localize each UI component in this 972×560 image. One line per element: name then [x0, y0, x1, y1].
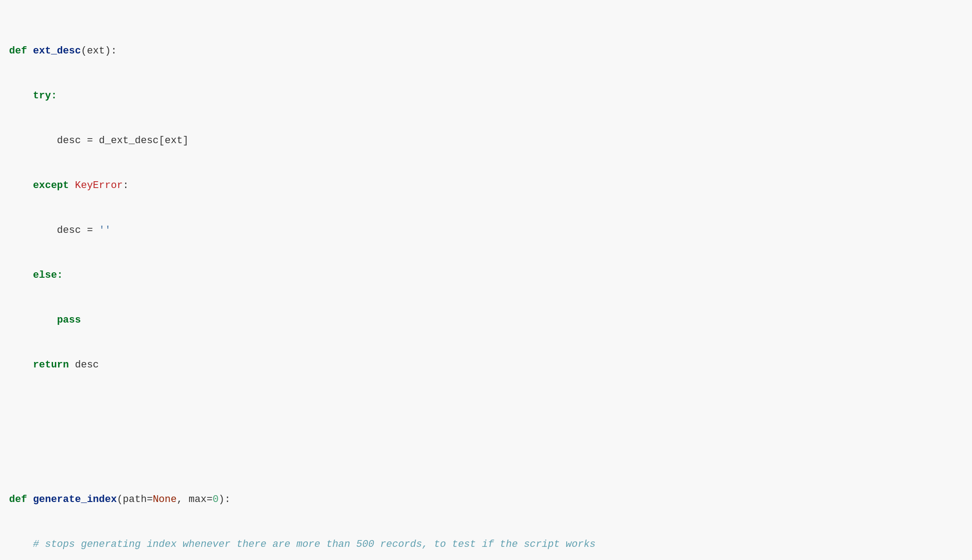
code-line-7: pass: [9, 313, 963, 328]
line-content: # stops generating index whenever there …: [9, 537, 596, 552]
line-content: try:: [9, 88, 57, 103]
line-content: except KeyError:: [9, 178, 129, 193]
code-line-2: try:: [9, 88, 963, 103]
code-line-3: desc = d_ext_desc[ext]: [9, 133, 963, 148]
line-content: desc = d_ext_desc[ext]: [9, 133, 189, 148]
code-line-4: except KeyError:: [9, 178, 963, 193]
code-line-1: def ext_desc(ext):: [9, 43, 963, 58]
line-content: def ext_desc(ext):: [9, 43, 117, 58]
code-editor: def ext_desc(ext): try: desc = d_ext_des…: [0, 9, 972, 560]
code-line-12: # stops generating index whenever there …: [9, 537, 963, 552]
line-content: return desc: [9, 357, 99, 372]
code-line-10: [9, 447, 963, 462]
line-content: else:: [9, 268, 63, 283]
code-line-9: [9, 402, 963, 417]
line-content: pass: [9, 313, 81, 328]
code-line-5: desc = '': [9, 223, 963, 238]
code-line-11: def generate_index(path=None, max=0):: [9, 492, 963, 507]
line-content: def generate_index(path=None, max=0):: [9, 492, 231, 507]
code-line-6: else:: [9, 268, 963, 283]
code-line-8: return desc: [9, 357, 963, 372]
line-content: desc = '': [9, 223, 111, 238]
